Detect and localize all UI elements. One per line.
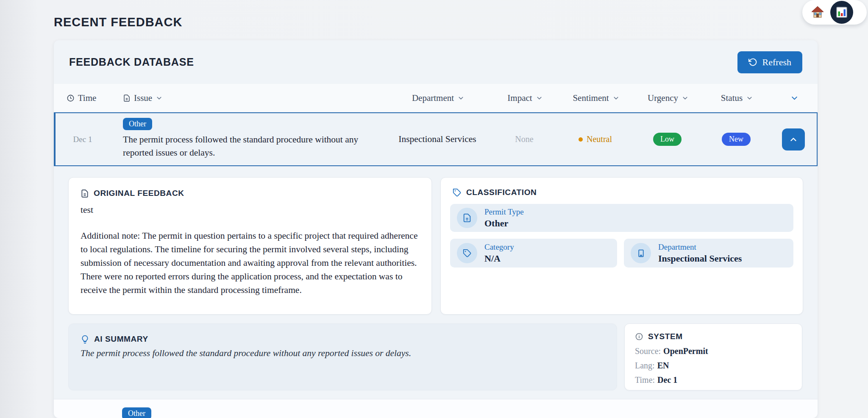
permit-type-value: Other: [484, 217, 524, 229]
feedback-note: Additional note: The permit in question …: [81, 229, 420, 297]
system-time-value: Dec 1: [657, 375, 677, 385]
row-urgency: Low: [632, 133, 702, 146]
row-details: ORIGINAL FEEDBACK test Additional note: …: [54, 166, 818, 399]
expand-all-control[interactable]: [771, 94, 818, 103]
urgency-badge: Low: [653, 133, 682, 146]
category-label: Category: [484, 242, 514, 253]
document-icon: [81, 189, 89, 198]
row-time: Dec 1: [56, 135, 110, 144]
tag-icon: [453, 188, 462, 197]
category-value: N/A: [484, 253, 514, 265]
issue-tag-badge: Other: [122, 407, 151, 418]
row-issue-cell: Other The permit process followed the st…: [110, 113, 384, 165]
permit-type-label: Permit Type: [484, 207, 524, 217]
column-label-department: Department: [412, 93, 454, 103]
row-status: New: [702, 133, 770, 146]
classification-title: CLASSIFICATION: [466, 188, 537, 197]
column-header-status[interactable]: Status: [703, 93, 771, 103]
document-icon: [123, 94, 131, 102]
refresh-label: Refresh: [762, 57, 791, 68]
chevron-down-icon: [746, 95, 753, 102]
table-row[interactable]: Other: [54, 399, 818, 418]
quick-nav: [802, 0, 867, 25]
column-label-impact: Impact: [507, 93, 532, 103]
refresh-button[interactable]: Refresh: [737, 51, 802, 73]
column-header-sentiment[interactable]: Sentiment: [559, 93, 633, 103]
column-label-sentiment: Sentiment: [573, 93, 609, 103]
system-title: SYSTEM: [648, 332, 683, 341]
row-impact: None: [490, 134, 558, 144]
lightbulb-icon: [81, 335, 89, 344]
row-issue-text: The permit process followed the standard…: [123, 133, 369, 159]
chevron-down-icon: [612, 95, 620, 102]
ai-summary-text: The permit process followed the standard…: [81, 348, 605, 359]
chevron-down-icon: [536, 95, 543, 102]
clock-icon: [67, 94, 75, 102]
sentiment-dot-icon: [579, 137, 583, 142]
status-badge: New: [722, 133, 751, 146]
document-icon: [457, 208, 477, 228]
ai-summary-panel: AI SUMMARY The permit process followed t…: [68, 323, 617, 390]
column-label-status: Status: [721, 93, 743, 103]
column-label-issue: Issue: [134, 93, 152, 103]
original-feedback-title: ORIGINAL FEEDBACK: [94, 189, 184, 198]
department-field: Department Inspectional Services: [624, 239, 793, 268]
column-label-time: Time: [78, 93, 97, 103]
bar-chart-icon[interactable]: [830, 1, 853, 24]
system-lang-label: Lang:: [635, 361, 655, 370]
building-icon: [631, 243, 651, 263]
table-row[interactable]: Dec 1 Other The permit process followed …: [54, 112, 818, 166]
feedback-database-card: FEEDBACK DATABASE Refresh Time Issue: [54, 40, 818, 418]
table-header: Time Issue Department Impact Sentiment: [54, 84, 818, 112]
system-time-row: Time:Dec 1: [635, 375, 792, 385]
department-value: Inspectional Services: [658, 253, 742, 265]
column-header-department[interactable]: Department: [385, 93, 491, 103]
row-expander: [770, 128, 817, 150]
system-lang-value: EN: [657, 361, 669, 370]
card-header: FEEDBACK DATABASE Refresh: [54, 40, 818, 84]
card-title: FEEDBACK DATABASE: [69, 56, 194, 68]
info-icon: [635, 332, 643, 341]
tag-icon: [457, 243, 477, 263]
department-label: Department: [658, 242, 742, 253]
original-feedback-panel: ORIGINAL FEEDBACK test Additional note: …: [68, 177, 432, 315]
feedback-line1: test: [81, 205, 420, 215]
system-time-label: Time:: [635, 375, 655, 385]
column-header-urgency[interactable]: Urgency: [633, 93, 703, 103]
column-header-time[interactable]: Time: [54, 93, 109, 103]
column-header-impact[interactable]: Impact: [491, 93, 559, 103]
column-label-urgency: Urgency: [648, 93, 678, 103]
page-title: RECENT FEEDBACK: [54, 15, 182, 29]
row-department: Inspectional Services: [384, 134, 490, 145]
issue-tag-badge: Other: [123, 118, 152, 130]
ai-summary-title: AI SUMMARY: [94, 334, 148, 344]
system-panel: SYSTEM Source:OpenPermit Lang:EN Time:De…: [624, 323, 802, 390]
chevron-down-icon: [457, 95, 465, 102]
category-field: Category N/A: [450, 239, 617, 268]
chevron-down-icon: [156, 95, 163, 102]
chevron-down-icon: [682, 95, 689, 102]
system-source-label: Source:: [635, 346, 661, 356]
system-source-row: Source:OpenPermit: [635, 346, 792, 356]
column-header-issue[interactable]: Issue: [109, 93, 385, 103]
system-source-value: OpenPermit: [663, 346, 708, 356]
row-sentiment: Neutral: [558, 134, 632, 144]
permit-type-field: Permit Type Other: [450, 204, 793, 232]
classification-panel: CLASSIFICATION Permit Type Other: [440, 177, 803, 315]
home-icon[interactable]: [810, 5, 825, 20]
chevron-down-icon: [790, 94, 799, 103]
collapse-row-button[interactable]: [782, 128, 805, 150]
refresh-icon: [748, 58, 757, 67]
sentiment-label: Neutral: [587, 134, 612, 144]
system-lang-row: Lang:EN: [635, 361, 792, 371]
